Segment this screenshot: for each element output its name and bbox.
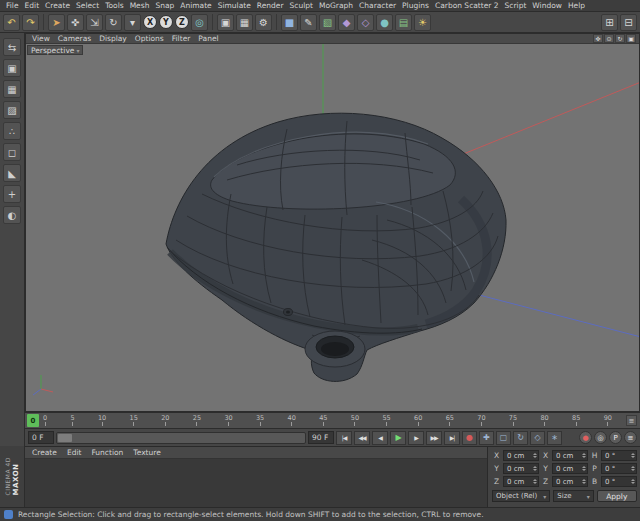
last-tool-icon[interactable]: ▾	[124, 14, 141, 31]
frame-range-slider[interactable]	[56, 432, 306, 444]
rotation-b-field[interactable]: 0 °	[601, 476, 637, 487]
z-axis-lock-button[interactable]: Z	[175, 15, 189, 29]
mat-menu-function[interactable]: Function	[91, 448, 123, 457]
coordinate-system-icon[interactable]: ◎	[191, 14, 208, 31]
viewport-camera-label[interactable]: Perspective ▾	[27, 45, 83, 55]
render-view-icon[interactable]: ▣	[217, 14, 234, 31]
menu-select[interactable]: Select	[73, 1, 102, 10]
undo-icon[interactable]: ↶	[3, 14, 20, 31]
timeline-tick[interactable]: 85	[572, 414, 580, 426]
perspective-viewport[interactable]: View Cameras Display Options Filter Pane…	[25, 33, 640, 412]
mat-menu-edit[interactable]: Edit	[67, 448, 82, 457]
timeline-tick[interactable]: 90	[604, 414, 612, 426]
model-mesh[interactable]	[166, 113, 506, 381]
position-x-field[interactable]: 0 cm	[503, 450, 539, 461]
vp-menu-filter[interactable]: Filter	[169, 34, 194, 43]
timeline-tick[interactable]: 25	[193, 414, 201, 426]
rotation-p-field[interactable]: 0 °	[601, 463, 637, 474]
workplane-mode-icon[interactable]: ▨	[3, 101, 21, 119]
render-picture-viewer-icon[interactable]: ▦	[236, 14, 253, 31]
prev-frame-button[interactable]: ◀	[372, 431, 388, 445]
size-z-field[interactable]: 0 cm	[552, 476, 588, 487]
play-button[interactable]: ▶	[390, 431, 406, 445]
vp-menu-options[interactable]: Options	[132, 34, 167, 43]
menu-window[interactable]: Window	[529, 1, 565, 10]
material-list-area[interactable]	[25, 459, 487, 507]
live-selection-icon[interactable]: ➤	[48, 14, 65, 31]
autokey-button[interactable]: ●	[579, 431, 592, 444]
playback-options-icon[interactable]: ≡	[624, 431, 637, 444]
timeline-ruler[interactable]: 0 5 10 15 20 25 30 35 40 45 50 55 60 65 …	[25, 412, 640, 428]
timeline-tick[interactable]: 5	[70, 414, 74, 426]
menu-help[interactable]: Help	[565, 1, 588, 10]
frame-slider-knob[interactable]	[58, 434, 72, 442]
field-spinner[interactable]	[582, 451, 586, 460]
keying-position-toggle[interactable]: ✚	[479, 431, 494, 445]
pen-spline-icon[interactable]: ✎	[300, 14, 317, 31]
menu-create[interactable]: Create	[42, 1, 73, 10]
keying-scale-toggle[interactable]: ▢	[496, 431, 511, 445]
vp-menu-display[interactable]: Display	[96, 34, 130, 43]
menu-carbon-scatter[interactable]: Carbon Scatter 2	[432, 1, 502, 10]
timeline-tick[interactable]: 35	[256, 414, 264, 426]
toggle-view-icon[interactable]: ▣	[626, 34, 636, 43]
timeline-tick[interactable]: 0	[43, 414, 47, 426]
timeline-tick[interactable]: 40	[288, 414, 296, 426]
zoom-view-icon[interactable]: ⊙	[604, 34, 614, 43]
camera-icon[interactable]: ▤	[395, 14, 412, 31]
timeline-tick[interactable]: 65	[446, 414, 454, 426]
timeline-tick[interactable]: 60	[414, 414, 422, 426]
rotate-view-icon[interactable]: ↻	[615, 34, 625, 43]
menu-mesh[interactable]: Mesh	[127, 1, 153, 10]
coord-mode-dropdown[interactable]: Object (Rel) ▾	[492, 490, 550, 502]
timeline-tick[interactable]: 50	[351, 414, 359, 426]
size-x-field[interactable]: 0 cm	[552, 450, 588, 461]
next-frame-button[interactable]: ▶	[408, 431, 424, 445]
scale-tool-icon[interactable]: ⇲	[86, 14, 103, 31]
timeline-tick[interactable]: 30	[224, 414, 232, 426]
solo-button[interactable]: ◎	[594, 431, 607, 444]
field-spinner[interactable]	[582, 464, 586, 473]
polygons-mode-icon[interactable]: ◣	[3, 164, 21, 182]
field-spinner[interactable]	[533, 477, 537, 486]
keying-parameter-toggle[interactable]: ◇	[530, 431, 545, 445]
position-z-field[interactable]: 0 cm	[503, 476, 539, 487]
generators-icon[interactable]: ▧	[319, 14, 336, 31]
keying-pla-toggle[interactable]: ∗	[547, 431, 562, 445]
pan-view-icon[interactable]: ✜	[593, 34, 603, 43]
coord-size-dropdown[interactable]: Size ▾	[553, 490, 593, 502]
timeline-tick[interactable]: 80	[540, 414, 548, 426]
menu-snap[interactable]: Snap	[152, 1, 177, 10]
menu-plugins[interactable]: Plugins	[399, 1, 432, 10]
y-axis-lock-button[interactable]: Y	[159, 15, 173, 29]
enable-axis-icon[interactable]: +	[3, 185, 21, 203]
edges-mode-icon[interactable]: ◻	[3, 143, 21, 161]
prev-key-button[interactable]: ◀◀	[354, 431, 370, 445]
viewport-filter-icon[interactable]: ◐	[3, 206, 21, 224]
goto-start-button[interactable]: |◀	[336, 431, 352, 445]
menu-character[interactable]: Character	[356, 1, 399, 10]
viewport-canvas[interactable]	[26, 44, 640, 412]
mat-menu-create[interactable]: Create	[32, 448, 57, 457]
field-spinner[interactable]	[631, 464, 635, 473]
texture-mode-icon[interactable]: ▦	[3, 80, 21, 98]
add-cube-icon[interactable]: ■	[281, 14, 298, 31]
start-frame-field[interactable]: 0 F	[28, 431, 54, 444]
timeline-tick[interactable]: 55	[382, 414, 390, 426]
render-settings-icon[interactable]: ⚙	[255, 14, 272, 31]
menu-simulate[interactable]: Simulate	[215, 1, 254, 10]
playback-pin-button[interactable]: P	[609, 431, 622, 444]
points-mode-icon[interactable]: ∴	[3, 122, 21, 140]
goto-end-button[interactable]: ▶|	[444, 431, 460, 445]
layout-icon[interactable]: ⊞	[601, 14, 618, 31]
deformers-icon[interactable]: ◇	[357, 14, 374, 31]
model-mode-icon[interactable]: ▣	[3, 59, 21, 77]
vp-menu-cameras[interactable]: Cameras	[55, 34, 94, 43]
timeline-playhead[interactable]: 0	[27, 414, 39, 427]
next-key-button[interactable]: ▶▶	[426, 431, 442, 445]
environment-icon[interactable]: ●	[376, 14, 393, 31]
field-spinner[interactable]	[582, 477, 586, 486]
timeline-options-icon[interactable]: ≡	[626, 415, 637, 426]
timeline-tick[interactable]: 20	[161, 414, 169, 426]
menu-animate[interactable]: Animate	[177, 1, 214, 10]
